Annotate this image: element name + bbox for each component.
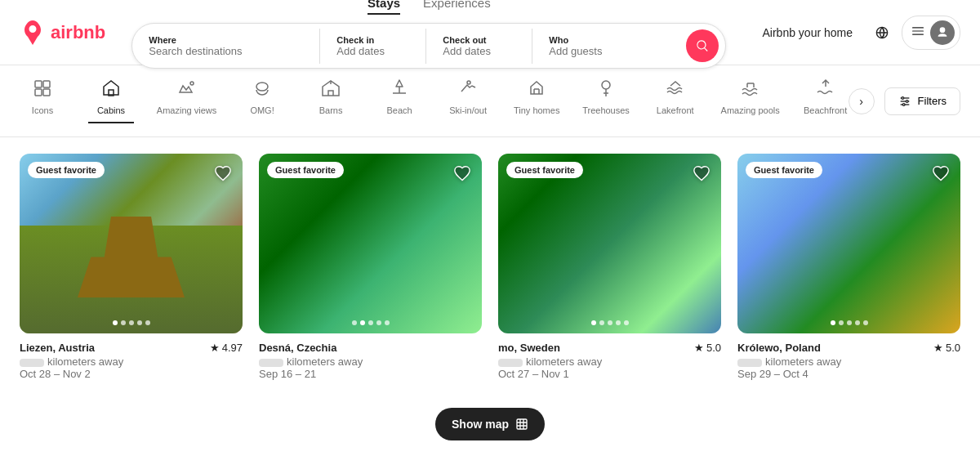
listing-distance: kilometers away (259, 355, 363, 368)
image-dots (352, 320, 390, 325)
dot-4 (385, 320, 390, 325)
where-section[interactable]: Where Search destinations (132, 29, 320, 64)
tab-stays[interactable]: Stays (368, 0, 400, 15)
listing-dates: Sep 16 – 21 (259, 368, 363, 380)
airbnb-logo[interactable]: airbnb (20, 20, 105, 46)
svg-point-25 (902, 96, 904, 99)
listing-card-2[interactable]: Guest favorite mo, Sweden kilometers awa… (498, 154, 721, 380)
listing-bg (498, 154, 721, 333)
checkout-value: Add dates (443, 45, 515, 57)
guest-favorite-badge: Guest favorite (746, 162, 822, 178)
listing-distance: kilometers away (498, 355, 602, 368)
listing-distance: kilometers away (20, 355, 123, 368)
guest-favorite-badge: Guest favorite (28, 162, 105, 178)
svg-rect-5 (43, 81, 50, 87)
where-value: Search destinations (149, 45, 303, 57)
filters-button[interactable]: Filters (884, 87, 960, 115)
category-item-tiny-homes[interactable]: Tiny homes (514, 78, 559, 123)
listing-bg (737, 154, 960, 333)
profile-menu-button[interactable] (902, 16, 960, 50)
rating-value: 5.0 (706, 342, 721, 354)
category-item-ski[interactable]: Ski-in/out (445, 78, 491, 123)
listing-location: Desná, Czechia (259, 342, 363, 354)
wishlist-button[interactable] (929, 162, 952, 185)
rating-value: 4.97 (222, 342, 243, 354)
category-icon-tiny-homes (527, 78, 546, 101)
dot-4 (624, 320, 629, 325)
category-item-beachfront[interactable]: Beachfront (803, 78, 849, 123)
dot-1 (599, 320, 604, 325)
airbnb-your-home[interactable]: Airbnb your home (752, 20, 862, 46)
dot-3 (376, 320, 381, 325)
listing-bg (259, 154, 482, 333)
search-button[interactable] (686, 29, 719, 62)
listing-dates: Oct 27 – Nov 1 (498, 368, 602, 380)
rating-value: 5.0 (946, 342, 960, 354)
wishlist-button[interactable] (451, 162, 474, 185)
category-item-amazing-views[interactable]: Amazing views (157, 78, 216, 123)
category-item-lakefront[interactable]: Lakefront (653, 78, 698, 123)
listing-dates: Sep 29 – Oct 4 (737, 368, 841, 380)
category-label-icons: Icons (32, 105, 53, 115)
listing-dates: Oct 28 – Nov 2 (20, 368, 123, 380)
dot-0 (591, 320, 596, 325)
category-icon-beachfront (816, 78, 835, 101)
image-dots (591, 320, 629, 325)
dot-2 (847, 320, 852, 325)
category-icon-barns (321, 78, 341, 101)
listing-image: Guest favorite (20, 154, 243, 333)
language-button[interactable] (869, 20, 895, 46)
listing-card-1[interactable]: Guest favorite Desná, Czechia kilometers… (259, 154, 482, 380)
show-map-label: Show map (452, 418, 509, 431)
dot-4 (145, 320, 150, 325)
dot-4 (863, 320, 868, 325)
distance-placeholder (20, 359, 44, 367)
category-item-omg[interactable]: OMG! (239, 78, 285, 123)
category-label-beachfront: Beachfront (804, 105, 847, 115)
listing-location: Królewo, Poland (737, 342, 841, 354)
checkout-section[interactable]: Check out Add dates (426, 29, 532, 64)
svg-point-9 (190, 82, 194, 85)
listing-card-0[interactable]: Guest favorite Liezen, Austria kilometer… (20, 154, 243, 380)
category-item-beach[interactable]: Beach (376, 78, 422, 123)
svg-rect-2 (912, 30, 924, 31)
listing-text: mo, Sweden kilometers away Oct 27 – Nov … (498, 342, 602, 380)
dot-1 (121, 320, 126, 325)
listing-card-3[interactable]: Guest favorite Królewo, Poland kilometer… (737, 154, 960, 380)
listing-rating: ★ 5.0 (694, 342, 721, 354)
listing-image: Guest favorite (259, 154, 482, 333)
dot-0 (831, 320, 835, 325)
show-map-button[interactable]: Show map (435, 408, 545, 440)
svg-rect-28 (517, 419, 527, 429)
listing-image: Guest favorite (498, 154, 721, 333)
nav-center: Stays Experiences Where Search destinati… (131, 0, 726, 69)
nav-tabs: Stays Experiences (368, 0, 491, 15)
distance-placeholder (498, 359, 523, 367)
wishlist-button[interactable] (212, 162, 234, 185)
header: airbnb Stays Experiences Where Search de… (0, 0, 980, 65)
listing-text: Królewo, Poland kilometers away Sep 29 –… (737, 342, 841, 380)
category-item-treehouses[interactable]: Treehouses (582, 78, 629, 123)
category-item-barns[interactable]: Barns (308, 78, 354, 123)
search-bar: Where Search destinations Check in Add d… (131, 23, 726, 69)
svg-rect-7 (43, 89, 50, 96)
checkin-section[interactable]: Check in Add dates (320, 29, 426, 64)
svg-point-10 (256, 83, 268, 91)
category-item-cabins[interactable]: Cabins (88, 78, 134, 123)
category-item-amazing-pools[interactable]: Amazing pools (721, 78, 780, 123)
category-icon-omg (252, 78, 272, 101)
svg-rect-1 (912, 27, 924, 28)
show-map-container: Show map (435, 408, 545, 440)
wishlist-button[interactable] (690, 162, 713, 185)
category-label-tiny-homes: Tiny homes (514, 105, 559, 115)
category-next-arrow[interactable]: › (849, 88, 875, 114)
dot-1 (839, 320, 844, 325)
category-item-icons[interactable]: Icons (20, 78, 65, 123)
who-section[interactable]: Who Add guests (532, 29, 679, 64)
dot-2 (608, 320, 612, 325)
tab-experiences[interactable]: Experiences (423, 0, 491, 15)
category-icon-amazing-views (177, 78, 197, 101)
distance-placeholder (259, 359, 283, 367)
who-label: Who (549, 35, 663, 45)
svg-rect-4 (35, 81, 42, 87)
